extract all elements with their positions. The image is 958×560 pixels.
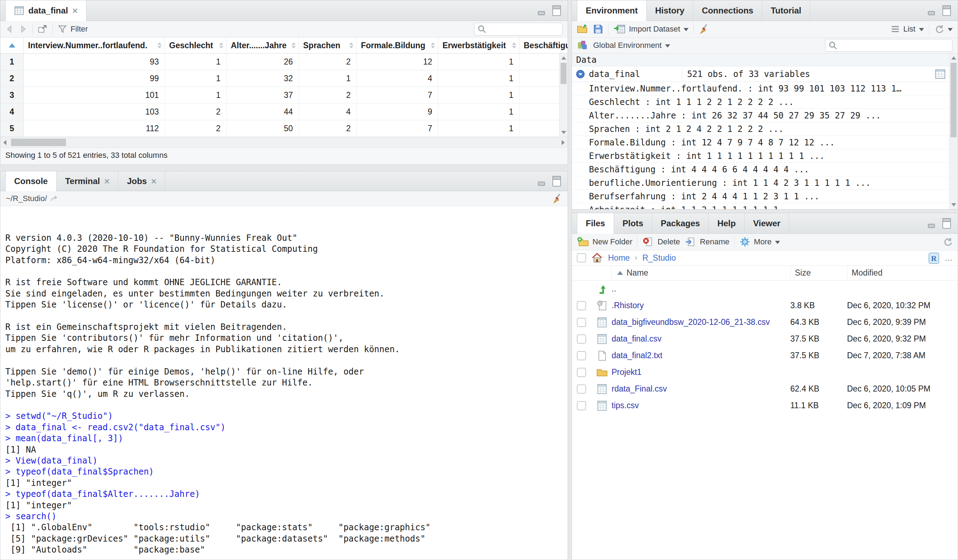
environment-variable-row: Formale.Bildung : int 12 4 7 9 7 4 8 7 1… bbox=[572, 136, 958, 149]
file-checkbox[interactable] bbox=[577, 301, 586, 310]
column-header-modified[interactable]: Modified bbox=[847, 266, 958, 280]
scroll-up-icon[interactable] bbox=[951, 56, 956, 60]
column-header[interactable]: Geschlecht bbox=[165, 38, 227, 53]
console-output[interactable]: R version 4.0.3 (2020-10-10) -- "Bunny-W… bbox=[0, 206, 568, 560]
tab-viewer[interactable]: Viewer bbox=[745, 213, 789, 233]
tab-terminal[interactable]: Terminal × bbox=[57, 171, 119, 191]
breadcrumb-rstudio[interactable]: R_Studio bbox=[642, 253, 676, 263]
scroll-thumb[interactable] bbox=[561, 63, 566, 84]
tab-plots[interactable]: Plots bbox=[614, 213, 652, 233]
minimize-icon[interactable] bbox=[927, 5, 937, 16]
environment-scrollbar[interactable] bbox=[949, 54, 958, 209]
forward-icon[interactable] bbox=[19, 24, 27, 34]
scroll-left-icon[interactable] bbox=[3, 140, 6, 145]
search-input[interactable] bbox=[839, 41, 950, 50]
load-workspace-icon[interactable] bbox=[577, 24, 588, 34]
scroll-up-icon[interactable] bbox=[561, 56, 566, 60]
refresh-icon[interactable] bbox=[943, 237, 953, 247]
scroll-down-icon[interactable] bbox=[561, 131, 566, 134]
files-breadcrumb-bar: Home › R_Studio R … bbox=[572, 251, 958, 266]
data-viewer-search[interactable] bbox=[474, 23, 563, 35]
table-corner-cell[interactable] bbox=[0, 38, 24, 53]
column-header[interactable]: Formale.Bildung bbox=[357, 38, 438, 53]
file-name-link[interactable]: tips.csv bbox=[612, 401, 790, 410]
file-checkbox[interactable] bbox=[577, 335, 586, 344]
more-button[interactable]: More bbox=[739, 236, 780, 247]
file-row: .. bbox=[572, 281, 958, 297]
more-columns-indicator[interactable]: … bbox=[945, 253, 953, 263]
column-header[interactable]: Interview.Nummer..fortlaufend. bbox=[24, 38, 165, 53]
minimize-icon[interactable] bbox=[537, 176, 547, 187]
environment-object-row[interactable]: data_final 521 obs. of 33 variables bbox=[572, 66, 958, 82]
tab-console[interactable]: Console bbox=[5, 171, 57, 191]
file-checkbox[interactable] bbox=[577, 384, 586, 393]
column-header-name[interactable]: Name bbox=[612, 268, 790, 278]
file-name-link[interactable]: data_final2.txt bbox=[612, 351, 790, 360]
minimize-icon[interactable] bbox=[927, 218, 937, 229]
tab-environment[interactable]: Environment bbox=[577, 0, 647, 21]
column-header[interactable]: Beschäftigung bbox=[519, 38, 568, 53]
column-header[interactable]: Alter.......Jahre bbox=[227, 38, 299, 53]
clear-environment-broom-icon[interactable] bbox=[699, 24, 709, 34]
file-checkbox[interactable] bbox=[577, 351, 586, 360]
tab-connections[interactable]: Connections bbox=[693, 0, 762, 21]
scroll-down-icon[interactable] bbox=[951, 203, 956, 206]
new-folder-button[interactable]: New Folder bbox=[577, 236, 632, 247]
file-checkbox[interactable] bbox=[577, 318, 586, 327]
maximize-icon[interactable] bbox=[941, 5, 952, 17]
file-checkbox[interactable] bbox=[577, 368, 586, 377]
save-workspace-icon[interactable] bbox=[593, 24, 603, 34]
column-header[interactable]: Erwerbstätigkeit bbox=[438, 38, 519, 53]
refresh-button[interactable] bbox=[934, 24, 953, 34]
search-input[interactable] bbox=[489, 24, 560, 34]
filter-button[interactable]: Filter bbox=[58, 24, 88, 34]
file-checkbox[interactable] bbox=[577, 401, 586, 410]
environment-search[interactable] bbox=[825, 39, 953, 52]
file-name-link[interactable]: data_final.csv bbox=[612, 334, 790, 344]
maximize-icon[interactable] bbox=[551, 175, 562, 187]
row-number: 3 bbox=[0, 87, 24, 103]
maximize-icon[interactable] bbox=[551, 5, 562, 17]
column-header[interactable]: Sprachen bbox=[299, 38, 357, 53]
close-icon[interactable]: × bbox=[151, 177, 156, 186]
table-vertical-scrollbar[interactable] bbox=[559, 54, 568, 137]
file-name-link[interactable]: rdata_Final.csv bbox=[612, 384, 790, 393]
home-icon[interactable] bbox=[591, 252, 603, 263]
delete-button[interactable]: Delete bbox=[642, 236, 680, 247]
tab-tutorial[interactable]: Tutorial bbox=[762, 0, 810, 21]
minimize-icon[interactable] bbox=[537, 5, 547, 16]
scroll-thumb[interactable] bbox=[950, 63, 956, 137]
list-view-button[interactable]: List bbox=[891, 24, 924, 34]
file-name-link[interactable]: .Rhistory bbox=[612, 301, 790, 310]
clear-console-broom-icon[interactable] bbox=[552, 193, 562, 204]
tab-data-final[interactable]: data_final × bbox=[5, 0, 87, 21]
sort-chevrons-icon bbox=[157, 43, 162, 49]
environment-variable-row: Interview.Nummer..fortlaufend. : int 93 … bbox=[572, 82, 958, 95]
tab-files[interactable]: Files bbox=[577, 213, 614, 234]
close-icon[interactable]: × bbox=[72, 6, 78, 15]
environment-scope-selector[interactable]: Global Environment bbox=[593, 41, 670, 50]
import-dataset-button[interactable]: Import Dataset bbox=[613, 24, 688, 34]
tab-help[interactable]: Help bbox=[709, 213, 745, 233]
breadcrumb-home[interactable]: Home bbox=[608, 253, 630, 263]
rename-button[interactable]: Rename bbox=[685, 236, 729, 247]
scroll-right-icon[interactable] bbox=[561, 140, 565, 145]
maximize-icon[interactable] bbox=[941, 217, 952, 230]
show-in-new-window-icon[interactable] bbox=[38, 24, 48, 34]
column-header-size[interactable]: Size bbox=[790, 266, 847, 280]
file-name-link[interactable]: data_bigfiveundbsw_2020-12-06_21-38.csv bbox=[612, 317, 790, 327]
file-name-link[interactable]: Projekt1 bbox=[612, 367, 790, 377]
scroll-thumb[interactable] bbox=[11, 139, 66, 146]
goto-directory-icon[interactable] bbox=[50, 195, 59, 203]
tab-packages[interactable]: Packages bbox=[652, 213, 709, 233]
tab-history[interactable]: History bbox=[647, 0, 693, 21]
table-horizontal-scrollbar[interactable] bbox=[0, 137, 568, 148]
view-table-icon[interactable] bbox=[935, 69, 945, 79]
working-directory[interactable]: ~/R_Studio/ bbox=[6, 194, 47, 203]
expand-object-icon[interactable] bbox=[576, 69, 585, 79]
close-icon[interactable]: × bbox=[104, 177, 109, 186]
tab-jobs[interactable]: Jobs × bbox=[119, 171, 165, 191]
back-icon[interactable] bbox=[5, 24, 14, 34]
select-all-checkbox[interactable] bbox=[577, 253, 586, 262]
file-name-link[interactable]: .. bbox=[612, 284, 790, 293]
